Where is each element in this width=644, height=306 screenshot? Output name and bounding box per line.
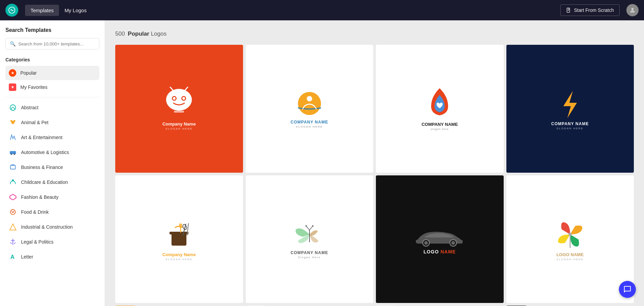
search-icon: 🔍 — [10, 41, 16, 46]
category-label-legal: Legal & Politics — [21, 239, 54, 245]
category-label-food-drink: Food & Drink — [21, 209, 49, 215]
industrial-icon — [9, 223, 17, 231]
sidebar-item-letter[interactable]: A Letter — [5, 249, 99, 264]
logo-card-6[interactable]: COMPANY NAME Slogan Here — [246, 175, 374, 303]
svg-point-44 — [568, 233, 572, 236]
sidebar-item-abstract[interactable]: Abstract — [5, 100, 99, 115]
art-icon — [9, 133, 17, 141]
svg-point-13 — [11, 210, 16, 215]
category-label-art: Art & Entertainment — [21, 135, 62, 140]
svg-point-2 — [631, 8, 634, 10]
svg-line-17 — [169, 87, 173, 90]
logo-card-7[interactable]: LOGO NAME — [376, 175, 504, 303]
logo-card-2[interactable]: COMPANY NAME SLOGAN HERE — [246, 45, 374, 173]
category-label-business-finance: Business & Finance — [21, 165, 63, 170]
svg-rect-10 — [11, 166, 16, 169]
sidebar-item-childcare-education[interactable]: Childcare & Education — [5, 175, 99, 190]
sidebar-item-automotive[interactable]: Automotive & Logistics — [5, 145, 99, 160]
header: Templates My Logos Start From Scratch — [0, 0, 644, 20]
category-label-automotive: Automotive & Logistics — [21, 150, 69, 155]
logo-card-1[interactable]: Company Name SLOGAN HERE — [115, 45, 243, 173]
food-icon — [9, 208, 17, 216]
svg-point-22 — [182, 97, 185, 100]
svg-line-18 — [185, 87, 188, 90]
svg-point-39 — [312, 225, 314, 227]
svg-point-8 — [11, 154, 12, 155]
category-label-my-favorites: My Favorites — [20, 84, 47, 90]
category-label-industrial: Industrial & Construction — [21, 224, 73, 230]
results-keyword: Popular — [128, 31, 149, 37]
svg-rect-23 — [174, 111, 184, 113]
svg-point-16 — [166, 89, 192, 111]
nav-templates[interactable]: Templates — [25, 5, 59, 16]
sidebar: Search Templates 🔍 Categories ★ Popular … — [0, 20, 105, 306]
favorites-icon: ♥ — [9, 83, 16, 91]
childcare-icon — [9, 178, 17, 186]
sidebar-item-my-favorites[interactable]: ♥ My Favorites — [5, 80, 99, 94]
logo-card-3[interactable]: COMPANY NAME slogan here — [376, 45, 504, 173]
category-label-fashion: Fashion & Beauty — [21, 194, 59, 200]
nav-my-logos[interactable]: My Logos — [59, 5, 92, 16]
categories-label: Categories — [5, 57, 99, 62]
category-label-popular: Popular — [20, 70, 37, 76]
user-avatar[interactable] — [626, 4, 639, 16]
category-label-abstract: Abstract — [21, 105, 38, 110]
svg-line-38 — [309, 226, 313, 230]
logo-card-8[interactable]: LOGO NAME SLOGAN HERE — [506, 175, 634, 303]
svg-text:A: A — [11, 254, 15, 260]
popular-icon: ★ — [9, 69, 16, 77]
results-suffix: Logos — [151, 31, 166, 37]
divider-1 — [5, 97, 99, 97]
chat-bubble-button[interactable] — [619, 281, 636, 298]
automotive-icon — [9, 148, 17, 156]
svg-marker-12 — [10, 194, 16, 200]
fashion-icon — [9, 193, 17, 201]
header-nav: Templates My Logos — [25, 5, 92, 16]
search-input[interactable] — [18, 41, 95, 46]
logo-card-5[interactable]: Company Name SLOGAN HERE — [115, 175, 243, 303]
svg-line-36 — [306, 226, 309, 230]
svg-point-43 — [451, 241, 455, 245]
letter-icon: A — [9, 253, 17, 261]
svg-point-11 — [12, 179, 14, 181]
sidebar-title: Search Templates — [5, 27, 99, 33]
sidebar-item-popular[interactable]: ★ Popular — [5, 66, 99, 80]
content-area: 500 Popular Logos — [105, 20, 644, 306]
svg-marker-28 — [563, 91, 577, 118]
logo-grid: Company Name SLOGAN HERE — [115, 45, 634, 306]
logo-card-4[interactable]: COMPANY NAME SLOGAN HERE — [506, 45, 634, 173]
category-label-animal-pet: Animal & Pet — [21, 120, 48, 125]
results-count: 500 — [115, 31, 125, 37]
svg-rect-30 — [169, 232, 188, 234]
category-label-childcare: Childcare & Education — [21, 179, 68, 185]
svg-point-37 — [305, 225, 307, 227]
business-icon — [9, 163, 17, 171]
sidebar-item-animal-pet[interactable]: Animal & Pet — [5, 115, 99, 130]
sidebar-item-industrial[interactable]: Industrial & Construction — [5, 219, 99, 234]
svg-point-41 — [424, 241, 428, 245]
svg-rect-7 — [10, 151, 16, 154]
category-label-letter: Letter — [21, 254, 33, 260]
start-from-scratch-button[interactable]: Start From Scratch — [560, 4, 620, 16]
sidebar-item-legal-politics[interactable]: Legal & Politics — [5, 234, 99, 249]
app-logo[interactable] — [5, 4, 18, 17]
abstract-icon — [9, 103, 17, 112]
svg-point-6 — [14, 120, 16, 122]
content-header: 500 Popular Logos — [115, 31, 634, 37]
sidebar-item-art-entertainment[interactable]: Art & Entertainment — [5, 130, 99, 145]
sidebar-item-food-drink[interactable]: Food & Drink — [5, 205, 99, 219]
sidebar-item-business-finance[interactable]: Business & Finance — [5, 160, 99, 175]
svg-point-21 — [173, 97, 176, 100]
main-layout: Search Templates 🔍 Categories ★ Popular … — [0, 20, 644, 306]
svg-marker-14 — [10, 224, 16, 230]
legal-icon — [9, 238, 17, 246]
animal-icon — [9, 118, 17, 127]
svg-point-25 — [307, 96, 312, 101]
svg-point-9 — [14, 154, 15, 155]
svg-point-5 — [11, 120, 13, 122]
search-box: 🔍 — [5, 38, 99, 50]
sidebar-item-fashion-beauty[interactable]: Fashion & Beauty — [5, 190, 99, 205]
svg-point-24 — [298, 92, 321, 115]
svg-rect-29 — [172, 233, 186, 246]
